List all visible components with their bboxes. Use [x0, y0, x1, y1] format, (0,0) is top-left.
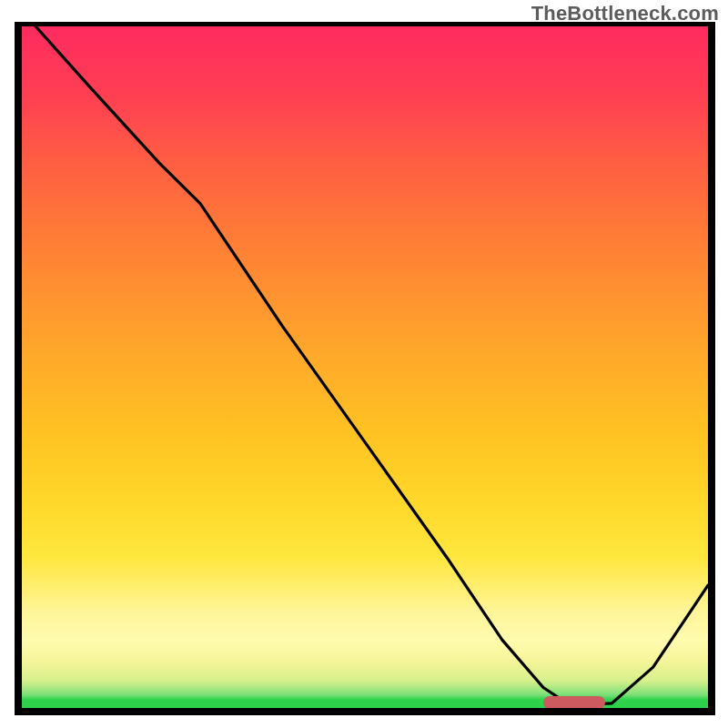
optimal-range-marker — [543, 696, 605, 709]
chart-frame: TheBottleneck.com — [0, 0, 728, 728]
bottleneck-curve — [35, 26, 708, 704]
curve-layer — [22, 26, 708, 708]
plot-area — [15, 22, 715, 715]
